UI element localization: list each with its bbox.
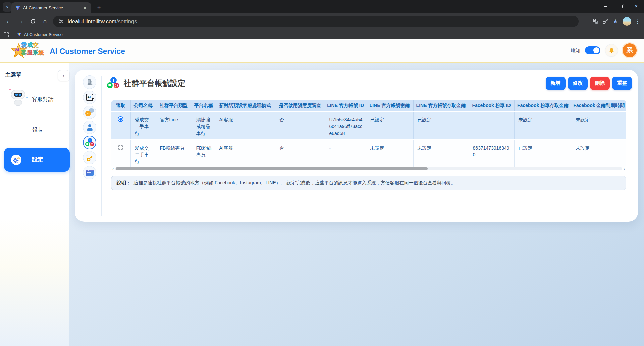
col-header-platform-type: 社群平台類型 [156,100,192,112]
scroll-right-icon[interactable]: › [622,167,626,171]
table-row[interactable]: 愛成交二手車行 官方Line 鴻捷強威精品車行 AI客服 否 U7f55e34c… [111,112,626,140]
close-window-button[interactable]: × [629,0,644,13]
restore-button[interactable] [613,0,629,13]
key-icon[interactable] [83,151,96,164]
row-select-cell[interactable] [111,112,130,140]
site-settings-icon[interactable] [58,18,64,24]
sidebar-menu-title: 主選單 [5,72,21,79]
translate-icon[interactable] [590,16,600,26]
browser-toolbar: ← → ⌂ idealui.iintellitw.com/settings [0,13,644,30]
browser-window: ∨ AI Customer Service × + × ← → [0,0,644,346]
col-header-line-token: LINE 官方帳號存取金鑰 [413,100,469,112]
cell-line-secret: 已設定 [366,112,413,140]
company-icon[interactable] [83,75,96,89]
app-header: AI 愛成交 客服系統 AI Customer Service 通知 系 [0,39,644,62]
forward-button[interactable]: → [15,16,26,27]
table-row[interactable]: 愛成交二手車行 FB粉絲專頁 FB粉絲專頁 AI客服 否 - 未設定 未設定 8… [111,140,626,168]
cell-line-id: - [325,140,366,168]
new-tab-button[interactable]: + [95,3,103,12]
sidebar-collapse-button[interactable]: ‹ [58,70,70,81]
cell-line-token: 已設定 [413,112,469,140]
home-button[interactable]: ⌂ [40,16,50,27]
radio-button[interactable] [118,145,123,150]
tab-title: AI Customer Service [23,5,82,10]
scrollbar-thumb[interactable] [116,167,428,170]
cell-fb-expire: 未設定 [572,140,626,168]
cell-satisfaction: 否 [275,112,325,140]
col-header-line-secret: LINE 官方帳號密鑰 [366,100,413,112]
minimize-button[interactable] [598,0,613,13]
notify-toggle[interactable] [585,46,600,54]
browser-profile-avatar[interactable] [623,17,631,26]
robot-icon [9,88,28,109]
toolbar-right-icons: ★ ⋮ [590,16,644,27]
ai-chat-icon[interactable]: AI [83,106,96,119]
note-text: 這裡是連接社群平台帳號的地方（例如 Facebook、Instagram、LIN… [133,180,456,186]
cell-platform-type: 官方Line [156,112,192,140]
cell-platform-name: FB粉絲專頁 [192,140,215,168]
scroll-left-icon[interactable]: ‹ [111,167,115,171]
platform-accounts-table: 選取 公司名稱 社群平台類型 平台名稱 新對話預設客服處理模式 是否啟用滿意度調… [111,100,626,168]
social-platforms-icon[interactable]: f [83,136,96,149]
reload-icon [30,19,36,24]
radio-button[interactable] [118,116,123,122]
cell-line-token: 未設定 [413,140,469,168]
ai-flow-icon[interactable]: AI [83,91,96,104]
settings-icon-rail: AI AI f [75,70,101,222]
bookmark-star-icon[interactable]: ★ [610,16,621,26]
sidebar-item-settings[interactable]: 設定 [4,148,70,172]
settings-card: AI AI f [75,70,638,222]
sidebar-item-chat[interactable]: 客服對話 [0,86,69,113]
url-text[interactable]: idealui.iintellitw.com/settings [68,18,137,25]
tab-close-icon[interactable]: × [82,5,88,11]
cell-fb-page-id: - [469,112,514,140]
person-icon[interactable] [83,121,96,134]
vite-logo-icon [17,32,21,37]
sidebar-item-report[interactable]: 報表 [0,119,69,139]
gear-icon [11,155,21,165]
col-header-select: 選取 [111,100,130,112]
url-path: /settings [116,18,137,24]
user-avatar[interactable]: 系 [623,43,637,57]
web-app-icon[interactable] [83,166,96,179]
vite-logo-icon [15,6,20,10]
table-horizontal-scrollbar[interactable]: ‹ › [111,166,626,171]
refresh-button[interactable]: 重整 [612,77,632,90]
scrollbar-track[interactable] [115,167,622,170]
cell-fb-expire: 未設定 [572,112,626,140]
col-header-fb-token: Facebook 粉專存取金鑰 [514,100,572,112]
edit-button[interactable]: 修改 [568,77,588,90]
sidebar-item-label: 客服對話 [32,96,53,103]
browser-menu-icon[interactable]: ⋮ [634,18,641,25]
active-tab[interactable]: AI Customer Service × [11,2,91,13]
address-bar[interactable]: idealui.iintellitw.com/settings [53,16,579,27]
apps-grid-icon[interactable] [4,32,9,37]
app-title: AI Customer Service [50,47,125,56]
header-right: 通知 系 [570,39,637,62]
bookmark-item[interactable]: AI Customer Service [17,32,63,37]
page-title-row: f 社群平台帳號設定 新增 修改 刪除 重整 [107,76,632,91]
bookmark-label: AI Customer Service [24,32,63,37]
add-button[interactable]: 新增 [546,77,566,90]
notification-bell-button[interactable] [605,44,618,57]
bookmarks-divider [13,32,13,37]
cell-company: 愛成交二手車行 [130,112,156,140]
main-area: AI AI f [69,63,644,346]
col-header-satisfaction: 是否啟用滿意度調查 [275,100,325,112]
tab-search-button[interactable]: ∨ [3,2,12,12]
bell-icon [608,47,615,54]
logo-chinese-text: 愛成交 客服系統 [21,41,44,57]
col-header-platform-name: 平台名稱 [192,100,215,112]
cell-company: 愛成交二手車行 [130,140,156,168]
cell-line-secret: 未設定 [366,140,413,168]
back-button[interactable]: ← [3,16,14,27]
row-select-cell[interactable] [111,140,130,168]
reload-button[interactable] [28,16,38,27]
page-title: 社群平台帳號設定 [124,78,185,89]
col-header-default-mode: 新對話預設客服處理模式 [215,100,275,112]
app-content: 主選單 ‹ 客服對話 報表 [0,63,644,346]
password-key-icon[interactable] [600,16,610,26]
delete-button[interactable]: 刪除 [590,77,610,90]
app-logo: AI 愛成交 客服系統 [11,40,42,61]
col-header-fb-expire: Facebook 金鑰到期時間 [572,100,626,112]
